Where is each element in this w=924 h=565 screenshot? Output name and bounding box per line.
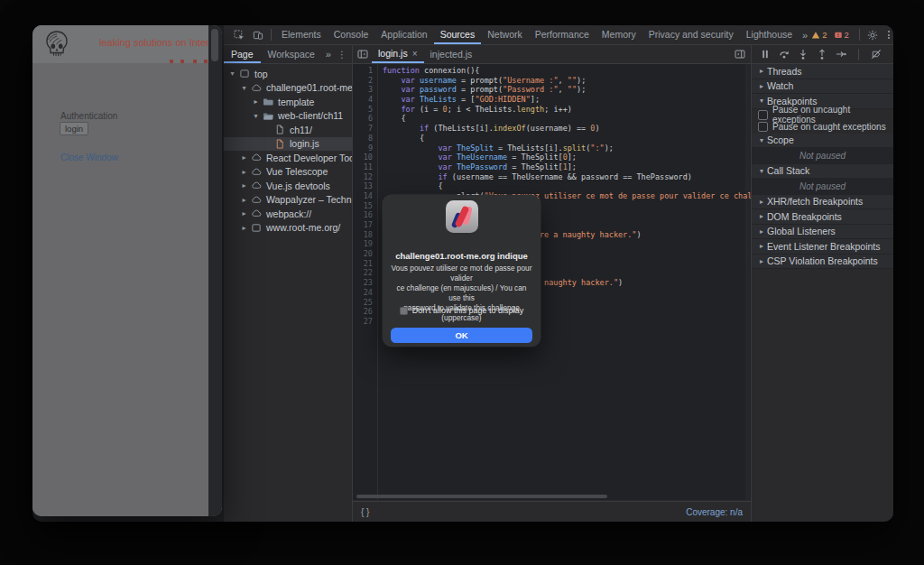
coverage-link[interactable]: Coverage: n/a <box>686 507 743 517</box>
line-number[interactable]: 23 <box>353 278 377 288</box>
close-window-link[interactable]: Close Window <box>60 153 118 162</box>
line-number[interactable]: 4 <box>353 95 377 105</box>
chevron-right-icon[interactable]: ▸ <box>239 153 249 162</box>
editor-horizontal-scrollbar[interactable] <box>356 495 607 498</box>
line-number[interactable]: 16 <box>353 210 377 220</box>
inspect-icon[interactable] <box>232 28 245 42</box>
sidebar-section-event-listener-breakpoints[interactable]: ▸Event Listener Breakpoints <box>752 239 893 255</box>
line-number[interactable]: 14 <box>353 191 377 201</box>
tab-memory[interactable]: Memory <box>596 25 642 44</box>
tree-item-www-root-me-org[interactable]: ▸www.root-me.org/ <box>224 221 352 236</box>
tab-sources[interactable]: Sources <box>434 25 482 44</box>
line-number[interactable]: 25 <box>353 298 377 308</box>
close-tab-icon[interactable]: × <box>412 49 418 59</box>
line-number[interactable]: 7 <box>353 124 377 134</box>
line-number[interactable]: 15 <box>353 201 377 211</box>
tree-item-template[interactable]: ▸template <box>224 95 352 109</box>
tree-item-login-js[interactable]: login.js <box>224 137 352 152</box>
line-number[interactable]: 5 <box>353 105 377 115</box>
line-number[interactable]: 12 <box>353 172 377 182</box>
chevron-down-icon[interactable]: ▾ <box>756 97 767 105</box>
tree-item-challenge01-root-me[interactable]: ▾challenge01.root-me… <box>224 81 352 96</box>
pretty-print-button[interactable]: { } <box>361 507 369 517</box>
devtools-menu-icon[interactable] <box>882 31 893 39</box>
tab-performance[interactable]: Performance <box>529 25 596 44</box>
show-debugger-sidebar-icon[interactable] <box>733 48 746 61</box>
chevron-right-icon[interactable]: ▸ <box>239 224 249 232</box>
line-number[interactable]: 8 <box>353 134 377 144</box>
settings-gear-icon[interactable] <box>866 28 880 42</box>
chevron-right-icon[interactable]: ▸ <box>756 242 767 250</box>
chevron-right-icon[interactable]: ▸ <box>756 198 767 206</box>
editor-tab-login-js[interactable]: login.js× <box>372 45 424 63</box>
sidebar-section-dom-breakpoints[interactable]: ▸DOM Breakpoints <box>752 209 893 225</box>
more-tabs-button[interactable]: » <box>799 30 811 41</box>
sidebar-section-xhr-fetch-breakpoints[interactable]: ▸XHR/fetch Breakpoints <box>752 195 893 210</box>
editor-vertical-scrollbar[interactable] <box>745 64 750 500</box>
checkbox-row-pause-on-caught-exceptions[interactable]: Pause on caught exceptions <box>752 121 893 134</box>
chevron-right-icon[interactable]: ▸ <box>756 257 767 265</box>
editor-tab-injected-js[interactable]: injected.js <box>424 45 479 63</box>
checkbox[interactable] <box>758 110 768 120</box>
page-scrollbar[interactable] <box>208 25 222 516</box>
tab-application[interactable]: Application <box>374 25 433 44</box>
tab-lighthouse[interactable]: Lighthouse <box>740 25 799 44</box>
tree-item-top[interactable]: ▾top <box>224 67 352 81</box>
tab-elements[interactable]: Elements <box>275 25 328 44</box>
line-number[interactable]: 27 <box>353 317 377 327</box>
navigator-more-tabs[interactable]: » <box>322 49 335 60</box>
chevron-right-icon[interactable]: ▸ <box>239 168 249 176</box>
line-number[interactable]: 1 <box>353 66 377 76</box>
sidebar-section-watch[interactable]: ▸Watch <box>752 79 893 95</box>
pause-icon[interactable] <box>760 49 771 60</box>
line-number[interactable]: 19 <box>353 239 377 249</box>
chevron-right-icon[interactable]: ▸ <box>239 209 249 218</box>
checkbox-row-pause-on-uncaught-exceptions[interactable]: Pause on uncaught exceptions <box>752 109 893 122</box>
sidebar-section-call-stack[interactable]: ▾Call Stack <box>752 164 893 180</box>
step-into-icon[interactable] <box>798 49 808 60</box>
line-number[interactable]: 26 <box>353 307 377 317</box>
device-toolbar-icon[interactable] <box>251 28 264 42</box>
line-number[interactable]: 24 <box>353 288 377 298</box>
line-number[interactable]: 17 <box>353 220 377 230</box>
tree-item-webpack[interactable]: ▸webpack:// <box>224 207 352 221</box>
line-number[interactable]: 11 <box>353 162 377 172</box>
warnings-badge[interactable]: 2 <box>811 30 827 40</box>
sidebar-section-csp-violation-breakpoints[interactable]: ▸CSP Violation Breakpoints <box>752 255 893 270</box>
step-out-icon[interactable] <box>817 49 827 60</box>
tree-item-vue-js-devtools[interactable]: ▸Vue.js devtools <box>224 179 352 193</box>
line-number[interactable]: 10 <box>353 153 377 162</box>
line-number[interactable]: 6 <box>353 114 377 124</box>
sidebar-section-global-listeners[interactable]: ▸Global Listeners <box>752 225 893 240</box>
tree-item-wappalyzer-techn[interactable]: ▸Wappalyzer – Techn… <box>224 193 352 208</box>
navigator-tab-page[interactable]: Page <box>224 45 261 63</box>
deactivate-breakpoints-icon[interactable] <box>871 49 882 60</box>
chevron-down-icon[interactable]: ▾ <box>239 84 249 92</box>
sidebar-section-scope[interactable]: ▾Scope <box>752 134 893 149</box>
line-number[interactable]: 9 <box>353 144 377 153</box>
chevron-right-icon[interactable]: ▸ <box>756 227 767 236</box>
tree-item-react-developer-tools[interactable]: ▸React Developer Tools <box>224 151 352 165</box>
chevron-right-icon[interactable]: ▸ <box>756 212 767 220</box>
line-number[interactable]: 3 <box>353 85 377 95</box>
line-number[interactable]: 2 <box>353 76 377 86</box>
step-over-icon[interactable] <box>779 49 790 60</box>
tab-console[interactable]: Console <box>328 25 375 44</box>
line-number[interactable]: 22 <box>353 268 377 278</box>
checkbox[interactable] <box>758 122 768 132</box>
chevron-down-icon[interactable]: ▾ <box>227 69 237 78</box>
tree-item-web-client-ch11[interactable]: ▾web-client/ch11 <box>224 109 352 124</box>
line-number[interactable]: 20 <box>353 249 377 259</box>
login-button[interactable]: login <box>60 122 88 135</box>
tree-item-ch11[interactable]: ch11/ <box>224 123 352 137</box>
chevron-right-icon[interactable]: ▸ <box>756 82 767 90</box>
tab-privacy-and-security[interactable]: Privacy and security <box>642 25 740 44</box>
line-number[interactable]: 18 <box>353 230 377 240</box>
chevron-down-icon[interactable]: ▾ <box>756 136 767 144</box>
navigator-tab-workspace[interactable]: Workspace <box>261 45 322 63</box>
chevron-right-icon[interactable]: ▸ <box>756 67 767 75</box>
hide-navigator-icon[interactable] <box>356 48 369 61</box>
line-number[interactable]: 13 <box>353 181 377 191</box>
chevron-right-icon[interactable]: ▸ <box>251 97 261 106</box>
chevron-right-icon[interactable]: ▸ <box>239 196 249 204</box>
